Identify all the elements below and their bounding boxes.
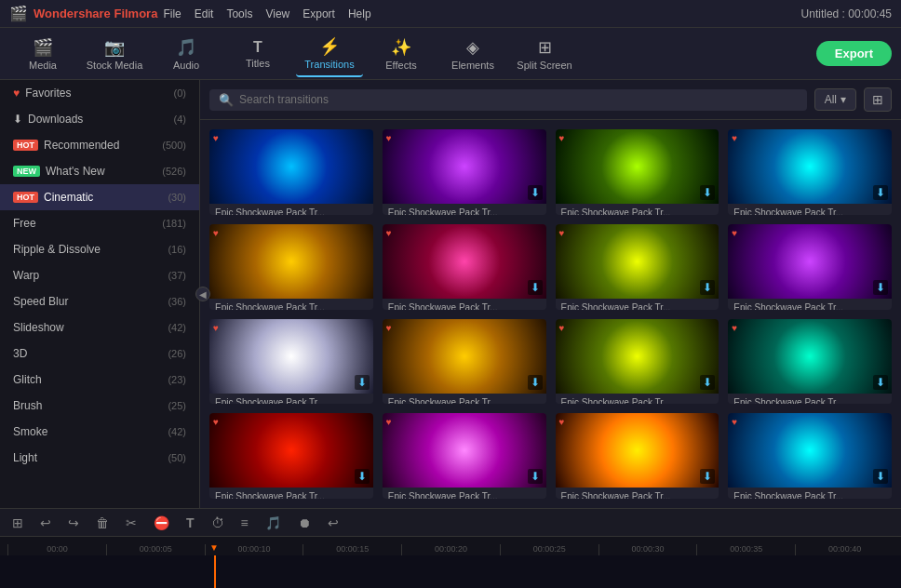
transition-download-icon[interactable]: ⬇ xyxy=(528,469,543,484)
transition-thumb-inner: ♥⬇ xyxy=(383,319,546,394)
toolbar-effects[interactable]: ✨ Effects xyxy=(368,31,435,77)
transition-download-icon[interactable]: ⬇ xyxy=(873,469,888,484)
transition-card[interactable]: ♥⬇Epic Shockwave Pack Tr... xyxy=(383,319,546,405)
menu-edit[interactable]: Edit xyxy=(195,7,214,20)
sidebar-item-ripple-dissolve[interactable]: Ripple & Dissolve (16) xyxy=(0,236,199,262)
sidebar-item-3d[interactable]: 3D (26) xyxy=(0,341,199,367)
transition-card[interactable]: ♥⬇Epic Shockwave Pack Tr... xyxy=(383,224,546,310)
transition-thumb-inner: ♥⬇ xyxy=(556,129,719,204)
transition-card[interactable]: ♥⬇Epic Shockwave Pack Tr... xyxy=(728,224,892,310)
search-input[interactable] xyxy=(239,93,798,106)
transition-card[interactable]: ♥⬇Epic Shockwave Pack Tr... xyxy=(728,129,892,215)
transition-card[interactable]: ♥⬇Epic Shockwave Pack Tr... xyxy=(556,319,719,405)
transition-thumb: ♥⬇ xyxy=(728,413,892,488)
transition-premium-badge: ♥ xyxy=(213,417,219,427)
transition-card[interactable]: ♥⬇Epic Shockwave Pack Tr... xyxy=(556,413,719,499)
search-icon: 🔍 xyxy=(219,93,234,107)
transition-premium-badge: ♥ xyxy=(732,228,737,238)
toolbar-titles-label: Titles xyxy=(246,58,270,69)
toolbar-media[interactable]: 🎬 Media xyxy=(9,31,76,77)
transition-download-icon[interactable]: ⬇ xyxy=(355,469,370,484)
toolbar-transitions[interactable]: ⚡ Transitions xyxy=(296,31,363,77)
3d-count: (26) xyxy=(168,348,186,359)
titles-icon: T xyxy=(253,39,262,56)
timeline-btn-undo[interactable]: ↩ xyxy=(35,514,56,532)
timeline-btn-grid[interactable]: ⊞ xyxy=(7,514,28,532)
timeline-btn-cut[interactable]: ✂ xyxy=(121,514,141,532)
sidebar-collapse-btn[interactable]: ◀ xyxy=(195,287,210,301)
chevron-down-icon: ▾ xyxy=(840,93,846,106)
menu-help[interactable]: Help xyxy=(348,7,371,20)
sidebar-item-warp[interactable]: Warp (37) xyxy=(0,262,199,288)
timeline-btn-redo[interactable]: ↪ xyxy=(63,514,84,532)
toolbar-audio[interactable]: 🎵 Audio xyxy=(153,31,220,77)
transition-download-icon[interactable]: ⬇ xyxy=(700,185,715,200)
transition-label: Epic Shockwave Pack Tr... xyxy=(209,394,373,405)
transition-download-icon[interactable]: ⬇ xyxy=(528,375,543,390)
toolbar-stock-media[interactable]: 📷 Stock Media xyxy=(81,31,148,77)
sidebar-item-speed-blur[interactable]: Speed Blur (36) xyxy=(0,288,199,314)
menu-view[interactable]: View xyxy=(265,7,289,20)
transition-download-icon[interactable]: ⬇ xyxy=(700,375,715,390)
transition-download-icon[interactable]: ⬇ xyxy=(873,185,888,200)
timeline-btn-back[interactable]: ↩ xyxy=(323,514,343,532)
menu-tools[interactable]: Tools xyxy=(226,7,252,20)
transition-download-icon[interactable]: ⬇ xyxy=(873,375,888,390)
timeline-btn-time[interactable]: ⏱ xyxy=(207,514,229,532)
sidebar-item-free[interactable]: Free (181) xyxy=(0,210,199,236)
transition-thumb: ♥ xyxy=(209,129,373,204)
timeline-btn-audio[interactable]: 🎵 xyxy=(261,514,286,532)
transition-card[interactable]: ♥⬇Epic Shockwave Pack Tr... xyxy=(728,413,892,499)
transition-card[interactable]: ♥⬇Epic Shockwave Pack Tr... xyxy=(209,413,373,499)
transition-card[interactable]: ♥⬇Epic Shockwave Pack Tr... xyxy=(556,129,719,215)
sidebar-item-whats-new[interactable]: NEW What's New (526) xyxy=(0,158,199,184)
smoke-count: (42) xyxy=(168,426,186,437)
transition-download-icon[interactable]: ⬇ xyxy=(700,469,715,484)
transition-card[interactable]: ♥Epic Shockwave Pack Tr... xyxy=(209,129,373,215)
timeline-btn-record[interactable]: ⏺ xyxy=(293,514,316,532)
timeline-btn-mute[interactable]: ⛔ xyxy=(149,514,174,532)
transition-label: Epic Shockwave Pack Tr... xyxy=(556,299,719,310)
transition-thumb: ♥⬇ xyxy=(556,129,719,204)
favorites-count: (0) xyxy=(174,87,186,99)
transition-card[interactable]: ♥⬇Epic Shockwave Pack Tr... xyxy=(209,319,373,405)
transition-card[interactable]: ♥⬇Epic Shockwave Pack Tr... xyxy=(728,319,892,405)
sidebar-item-favorites[interactable]: ♥ Favorites (0) xyxy=(0,80,199,106)
toolbar-titles[interactable]: T Titles xyxy=(224,31,291,77)
timeline-btn-delete[interactable]: 🗑 xyxy=(91,514,114,532)
transition-thumb: ♥⬇ xyxy=(556,224,719,299)
sidebar-item-brush[interactable]: Brush (25) xyxy=(0,393,199,419)
transition-download-icon[interactable]: ⬇ xyxy=(873,280,888,295)
ripple-count: (16) xyxy=(168,244,186,255)
sidebar-item-recommended[interactable]: HOT Recommended (500) xyxy=(0,132,199,158)
sidebar-item-slideshow[interactable]: Slideshow (42) xyxy=(0,314,199,341)
sidebar-item-glitch[interactable]: Glitch (23) xyxy=(0,367,199,393)
transition-card[interactable]: ♥⬇Epic Shockwave Pack Tr... xyxy=(383,129,546,215)
menu-file[interactable]: File xyxy=(163,7,181,20)
export-button[interactable]: Export xyxy=(816,41,892,66)
transition-download-icon[interactable]: ⬇ xyxy=(528,185,543,200)
transition-download-icon[interactable]: ⬇ xyxy=(700,280,715,295)
filter-dropdown[interactable]: All ▾ xyxy=(814,88,856,111)
transition-download-icon[interactable]: ⬇ xyxy=(528,280,543,295)
transition-premium-badge: ♥ xyxy=(213,228,219,238)
timeline-btn-text[interactable]: T xyxy=(182,514,199,532)
transition-download-icon[interactable]: ⬇ xyxy=(355,375,370,390)
toolbar-split-screen[interactable]: ⊞ Split Screen xyxy=(511,31,578,77)
sidebar-item-smoke[interactable]: Smoke (42) xyxy=(0,419,199,445)
search-input-wrap[interactable]: 🔍 xyxy=(209,89,807,111)
sidebar-item-light[interactable]: Light (50) xyxy=(0,445,199,471)
transition-card[interactable]: ♥Epic Shockwave Pack Tr... xyxy=(209,224,373,310)
toolbar-elements[interactable]: ◈ Elements xyxy=(439,31,506,77)
sidebar-item-cinematic[interactable]: HOT Cinematic (30) xyxy=(0,184,199,210)
transition-card[interactable]: ♥⬇Epic Shockwave Pack Tr... xyxy=(383,413,546,499)
grid-view-btn[interactable]: ⊞ xyxy=(864,87,892,112)
timeline-btn-settings[interactable]: ≡ xyxy=(236,514,253,532)
menu-export[interactable]: Export xyxy=(303,7,335,20)
transition-card[interactable]: ♥⬇Epic Shockwave Pack Tr... xyxy=(556,224,719,310)
timeline-track[interactable] xyxy=(0,555,901,588)
sidebar-label-brush: Brush xyxy=(13,399,42,412)
timeline-playhead[interactable] xyxy=(214,555,216,588)
sidebar-label-slideshow: Slideshow xyxy=(13,321,64,334)
sidebar-item-downloads[interactable]: ⬇ Downloads (4) xyxy=(0,106,199,132)
